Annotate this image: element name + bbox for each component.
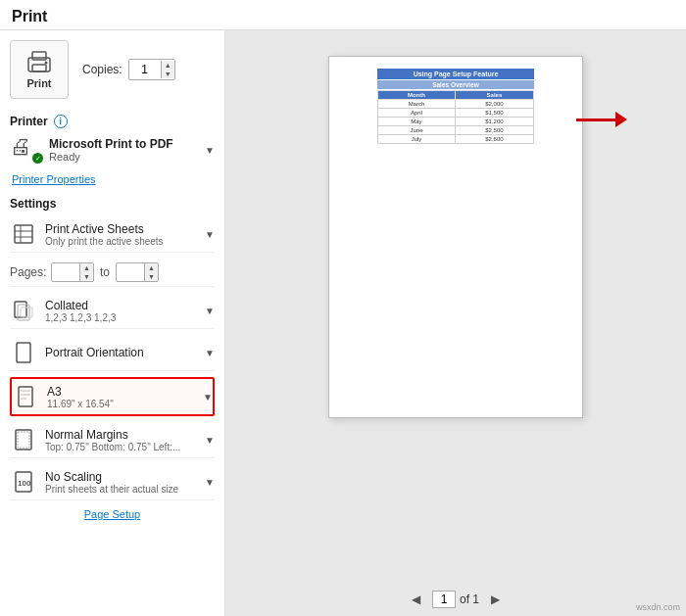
to-label: to: [100, 265, 110, 279]
printer-check-badge: ✓: [32, 153, 43, 164]
table-cell: July: [378, 135, 456, 144]
table-cell: $2,600: [455, 135, 533, 144]
page-to-up[interactable]: ▲: [145, 263, 158, 272]
settings-text-portrait: Portrait Orientation: [45, 346, 197, 359]
printer-status: Ready: [49, 151, 197, 163]
settings-item-print-active-sheets[interactable]: Print Active Sheets Only print the activ…: [10, 216, 215, 253]
table-cell: $2,500: [455, 126, 533, 135]
page-setup-link[interactable]: Page Setup: [10, 508, 215, 520]
copies-input-group: ▲ ▼: [128, 59, 175, 80]
watermark: wsxdn.com: [636, 602, 680, 612]
spreadsheet-preview: Using Page Setup Feature Sales Overview …: [377, 69, 534, 144]
svg-rect-2: [32, 65, 46, 71]
settings-arrow-1: ▼: [205, 306, 215, 316]
copies-up-btn[interactable]: ▲: [162, 61, 174, 70]
preview-area: Using Page Setup Feature Sales Overview …: [235, 46, 676, 583]
settings-main-4: Normal Margins: [45, 428, 197, 442]
settings-sub-1: 1,2,3 1,2,3 1,2,3: [45, 312, 197, 323]
settings-arrow-4: ▼: [205, 435, 215, 446]
settings-text-collated: Collated 1,2,3 1,2,3 1,2,3: [45, 299, 197, 323]
table-cell: $2,000: [455, 100, 533, 109]
table-cell: May: [378, 118, 456, 126]
sp-title: Using Page Setup Feature: [377, 69, 534, 79]
print-button-label: Print: [26, 77, 51, 89]
settings-main-3: A3: [47, 385, 195, 399]
settings-item-margins[interactable]: Normal Margins Top: 0.75" Bottom: 0.75" …: [10, 422, 215, 458]
settings-item-collated[interactable]: Collated 1,2,3 1,2,3 1,2,3 ▼: [10, 293, 215, 329]
info-icon[interactable]: i: [54, 115, 68, 128]
settings-arrow-3: ▼: [203, 392, 213, 403]
page-title: Print: [12, 8, 47, 24]
page-to-down[interactable]: ▼: [145, 272, 158, 281]
settings-main-1: Collated: [45, 299, 197, 312]
svg-rect-17: [18, 432, 29, 448]
page-from-up[interactable]: ▲: [80, 263, 93, 272]
copies-down-btn[interactable]: ▼: [162, 70, 174, 78]
page-from-input-group: ▲ ▼: [51, 262, 94, 282]
page-from-input[interactable]: [52, 265, 79, 279]
page-to-input[interactable]: [117, 265, 144, 279]
left-panel: Print Copies: ▲ ▼ Printer i 🖨 ✓: [0, 30, 225, 616]
settings-arrow-2: ▼: [205, 348, 215, 358]
settings-main-0: Print Active Sheets: [45, 222, 197, 236]
right-panel: Using Page Setup Feature Sales Overview …: [225, 30, 686, 616]
sp-col-sales: Sales: [455, 91, 533, 100]
table-row: July$2,600: [378, 135, 534, 144]
page-num-input[interactable]: [432, 591, 456, 608]
settings-text-a3: A3 11.69" x 16.54": [47, 385, 195, 409]
main-container: Print Copies: ▲ ▼ Printer i 🖨 ✓: [0, 30, 686, 616]
copies-label: Copies:: [82, 63, 122, 76]
svg-rect-11: [17, 343, 30, 362]
arrow-head: [615, 112, 627, 127]
red-arrow: [576, 112, 627, 127]
svg-rect-4: [15, 225, 32, 243]
svg-text:100: 100: [18, 479, 31, 488]
table-row: March$2,000: [378, 100, 534, 109]
table-cell: $1,500: [455, 109, 533, 118]
printer-props-link[interactable]: Printer Properties: [12, 173, 215, 185]
pages-row: Pages: ▲ ▼ to ▲ ▼: [10, 259, 215, 287]
print-button[interactable]: Print: [10, 40, 69, 99]
sp-subtitle: Sales Overview: [377, 80, 534, 89]
prev-page-btn[interactable]: ◀: [408, 591, 424, 608]
page-from-spin: ▲ ▼: [79, 263, 93, 281]
settings-main-2: Portrait Orientation: [45, 346, 197, 359]
settings-text-scaling: No Scaling Print sheets at their actual …: [45, 470, 197, 495]
copies-spinners: ▲ ▼: [161, 61, 174, 78]
settings-arrow-5: ▼: [205, 477, 215, 488]
table-cell: April: [378, 109, 456, 118]
table-cell: June: [378, 126, 456, 135]
pages-label: Pages:: [10, 265, 45, 279]
settings-item-portrait[interactable]: Portrait Orientation ▼: [10, 335, 215, 371]
copies-area: Copies: ▲ ▼: [82, 59, 175, 80]
copies-input[interactable]: [129, 63, 161, 76]
nav-bottom: ◀ of 1 ▶: [408, 591, 504, 608]
printer-info: 🖨 ✓ Microsoft Print to PDF Ready ▼: [10, 136, 215, 164]
settings-main-5: No Scaling: [45, 470, 197, 484]
sp-col-month: Month: [378, 91, 456, 100]
settings-text-margins: Normal Margins Top: 0.75" Bottom: 0.75" …: [45, 428, 197, 452]
table-cell: March: [378, 100, 456, 109]
title-bar: Print: [0, 0, 686, 30]
printer-dropdown-arrow[interactable]: ▼: [205, 145, 215, 156]
settings-section-header: Settings: [10, 197, 215, 211]
table-cell: $1,200: [455, 118, 533, 126]
printer-text: Microsoft Print to PDF Ready: [49, 137, 197, 163]
settings-item-scaling[interactable]: 100 No Scaling Print sheets at their act…: [10, 464, 215, 500]
scaling-icon: 100: [10, 468, 37, 496]
portrait-icon: [10, 339, 37, 366]
next-page-btn[interactable]: ▶: [487, 591, 504, 608]
arrow-line: [576, 118, 615, 121]
sp-table: Month Sales March$2,000April$1,500May$1,…: [377, 90, 534, 144]
settings-sub-0: Only print the active sheets: [45, 236, 197, 247]
page-preview: Using Page Setup Feature Sales Overview …: [328, 56, 583, 418]
page-to-spin: ▲ ▼: [144, 263, 158, 281]
page-from-down[interactable]: ▼: [80, 272, 93, 281]
svg-rect-12: [19, 387, 32, 406]
printer-icon-area: 🖨 ✓: [10, 136, 41, 164]
settings-item-a3[interactable]: A3 11.69" x 16.54" ▼: [10, 377, 215, 416]
table-row: May$1,200: [378, 118, 534, 126]
collated-icon: [10, 297, 37, 324]
svg-point-3: [45, 62, 48, 65]
settings-arrow-0: ▼: [205, 229, 215, 240]
